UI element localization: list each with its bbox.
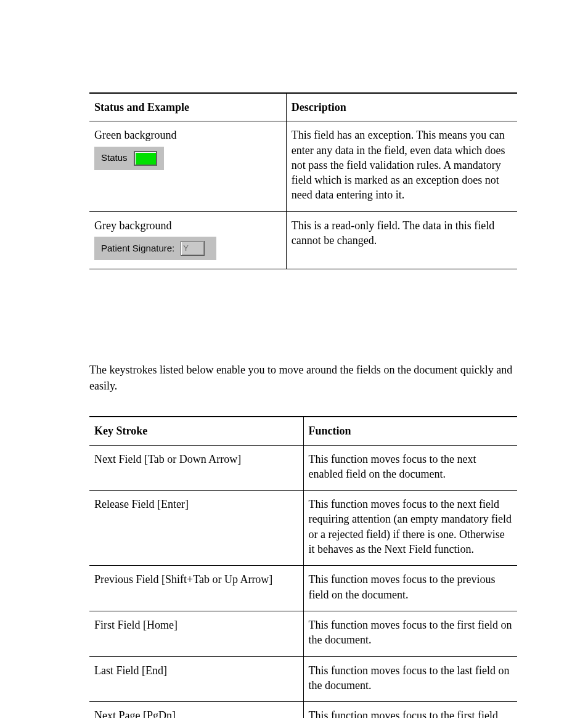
green-swatch-icon: [134, 151, 157, 166]
table-row: Grey background Patient Signature: Y Thi…: [89, 211, 517, 269]
keystroke-cell: Next Page [PgDn]: [89, 702, 303, 718]
keystroke-header: Key Stroke: [89, 417, 303, 445]
description-header: Description: [286, 93, 517, 121]
keystroke-cell: Next Field [Tab or Down Arrow]: [89, 445, 303, 491]
function-cell: This function moves focus to the last fi…: [303, 656, 517, 702]
status-description: This is a read-only field. The data in t…: [286, 211, 517, 269]
function-cell: This function moves focus to the next fi…: [303, 491, 517, 566]
table-row: Last Field [End] This function moves foc…: [89, 656, 517, 702]
status-widget-readonly: Patient Signature: Y: [94, 237, 216, 260]
status-table: Status and Example Description Green bac…: [89, 92, 517, 269]
table-row: Next Page [PgDn] This function moves foc…: [89, 702, 517, 718]
table-row: Green background Status This field has a…: [89, 121, 517, 211]
function-cell: This function moves focus to the previou…: [303, 566, 517, 611]
document-page: Status and Example Description Green bac…: [0, 0, 588, 718]
keystroke-cell: First Field [Home]: [89, 611, 303, 656]
status-widget-green: Status: [94, 147, 164, 170]
function-cell: This function moves focus to the first f…: [303, 611, 517, 656]
keystroke-cell: Release Field [Enter]: [89, 491, 303, 566]
keystroke-table: Key Stroke Function Next Field [Tab or D…: [89, 416, 517, 718]
keystroke-cell: Last Field [End]: [89, 656, 303, 702]
widget-label: Patient Signature:: [101, 242, 174, 255]
status-description: This field has an exception. This means …: [286, 121, 517, 211]
table-row: Next Field [Tab or Down Arrow] This func…: [89, 445, 517, 491]
status-title: Grey background: [94, 218, 281, 233]
table-row: Release Field [Enter] This function move…: [89, 491, 517, 566]
function-header: Function: [303, 417, 517, 445]
table-row: First Field [Home] This function moves f…: [89, 611, 517, 656]
function-cell: This function moves focus to the first f…: [303, 702, 517, 718]
function-cell: This function moves focus to the next en…: [303, 445, 517, 491]
readonly-field-icon: Y: [181, 241, 205, 256]
table-row: Previous Field [Shift+Tab or Up Arrow] T…: [89, 566, 517, 611]
status-header: Status and Example: [89, 93, 286, 121]
widget-label: Status: [101, 152, 128, 164]
keystroke-cell: Previous Field [Shift+Tab or Up Arrow]: [89, 566, 303, 611]
intro-paragraph: The keystrokes listed below enable you t…: [89, 362, 517, 394]
status-title: Green background: [94, 128, 281, 142]
